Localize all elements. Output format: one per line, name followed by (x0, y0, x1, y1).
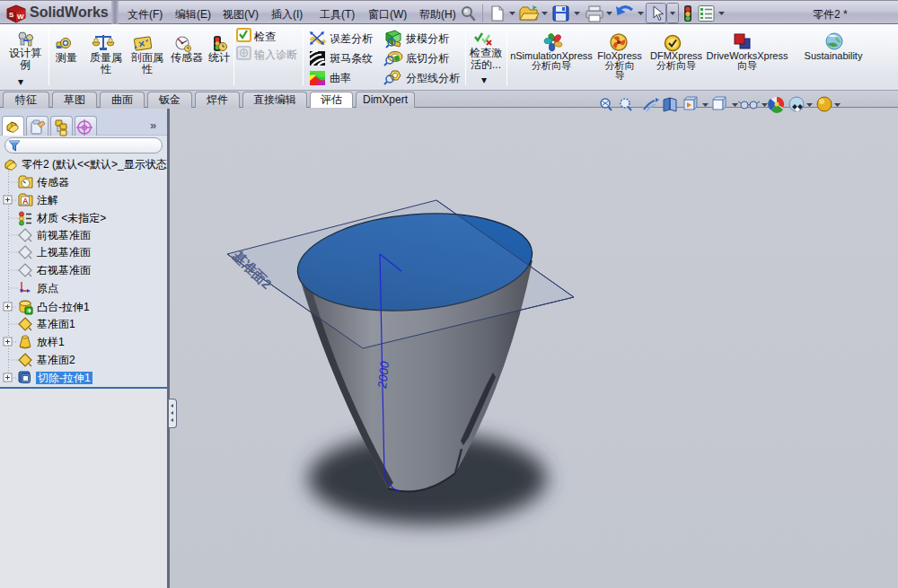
svg-text:W: W (17, 13, 24, 21)
svg-text:S: S (9, 11, 14, 19)
svg-text:A: A (22, 197, 29, 206)
